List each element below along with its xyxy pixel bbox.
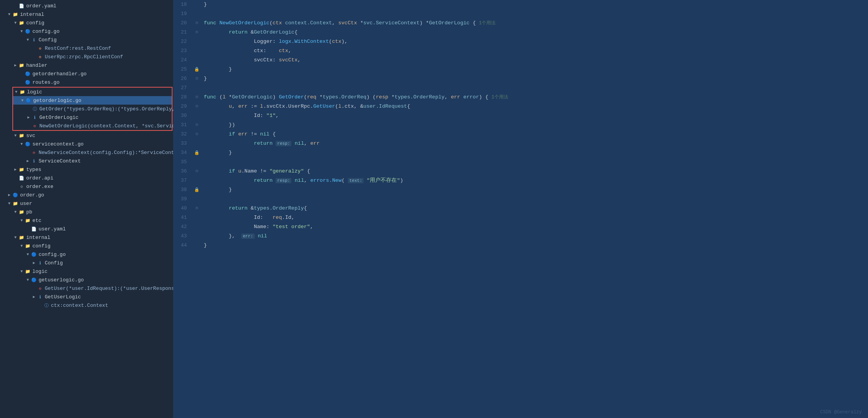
tree-item-config-go[interactable]: 🔵 config.go [0,27,173,36]
tree-item-etc-user[interactable]: 📁 etc [0,216,173,225]
tree-item-ctx-context[interactable]: ⓘ ctx:context.Context [0,301,173,310]
line-num-20: 20 [174,19,193,28]
code-line-26: 26 ⊟ } [174,74,868,83]
folder-icon: 📁 [19,62,25,68]
tree-item-order-exe[interactable]: ⚙ order.exe [0,182,173,191]
file-label: getorderlogic.go [33,98,81,103]
fold-icon[interactable]: ⊟ [196,19,198,28]
folder-icon: 📁 [12,11,19,17]
struct-arrow [25,114,32,120]
tree-item-restconf[interactable]: ⊕ RestConf:rest.RestConf [0,44,173,52]
line-num-37: 37 [174,176,193,185]
tree-item-pb[interactable]: 📁 pb [0,208,173,216]
tree-item-logic-user[interactable]: 📁 logic [0,267,173,276]
field-icon: ⊕ [37,45,43,51]
line-num-36: 36 [174,167,193,176]
fold-icon[interactable]: ⊟ [196,93,198,102]
tree-item-getorderlogic-struct[interactable]: ℹ GetOrderLogic [13,113,172,122]
line-num-39: 39 [174,195,193,204]
tree-item-config-struct[interactable]: ℹ Config [0,36,173,44]
folder-icon: 📁 [19,234,25,240]
code-line-19: 19 [174,9,868,19]
go-file-icon: 🔵 [12,192,19,198]
code-line-23: 23 ctx: ctx, [174,46,868,56]
field-icon: ⊕ [37,54,43,60]
code-editor: 18 } 19 20 ⊟ func NewGetOrderLogic(ctx c… [174,0,868,418]
folder-label: config [32,243,51,249]
tree-item-getuser-func[interactable]: ⊖ GetUser(*user.IdRequest):(*user.UserRe… [0,284,173,293]
gutter-34: 🔒 [193,148,201,157]
code-line-32: 32 ⊟ if err != nil { [174,130,868,139]
struct-icon: ℹ [31,158,37,164]
tree-item-config-1[interactable]: 📁 config [0,19,173,27]
tree-item-getorderhandler[interactable]: 🔵 getorderhandler.go [0,69,173,78]
folder-icon: 📁 [25,268,31,274]
fold-icon[interactable]: ⊟ [196,28,198,37]
tree-item-newgetorderlogic-func[interactable]: ⊖ NewGetOrderLogic(context.Context, *svc… [13,122,172,130]
tree-item-servicecontext[interactable]: 🔵 servicecontext.go [0,140,173,148]
tree-item-getorderlogic[interactable]: 🔵 getorderlogic.go [13,96,172,105]
struct-label: Config [39,37,57,43]
folder-icon: 📁 [19,20,25,26]
go-file-icon: 🔵 [25,141,31,147]
fold-icon[interactable]: ⊟ [196,120,198,130]
folder-arrow [12,166,19,173]
gutter-36: ⊟ [193,167,201,176]
folder-label: etc [32,218,41,223]
code-line-20: 20 ⊟ func NewGetOrderLogic(ctx context.C… [174,19,868,28]
tree-item-config-user[interactable]: 📁 config [0,242,173,250]
struct-icon: ℹ [37,260,43,266]
tree-item-order-go[interactable]: 🔵 order.go [0,191,173,199]
no-arrow [19,79,25,85]
no-arrow [25,226,31,232]
fold-icon[interactable]: ⊟ [196,167,198,176]
tree-item-newservicecontext[interactable]: ⊖ NewServiceContext(config.Config):*Serv… [0,148,173,157]
fold-icon[interactable]: ⊟ [196,204,198,213]
tree-item-config-go-user[interactable]: 🔵 config.go [0,250,173,259]
watermark: CSDN @Generalzy [820,410,862,415]
tree-item-getuserlogic[interactable]: 🔵 getuserlogic.go [0,276,173,284]
tree-item-order-yaml[interactable]: 📄 order.yaml [0,2,173,10]
tree-item-userrpc[interactable]: ⊕ UserRpc:zrpc.RpcClientConf [0,52,173,61]
tree-item-types[interactable]: 📁 types [0,165,173,174]
fold-icon[interactable]: ⊟ [196,74,198,83]
tree-item-routes[interactable]: 🔵 routes.go [0,78,173,86]
file-label: order.go [20,192,44,198]
go-file-icon: 🔵 [25,97,32,103]
line-num-23: 23 [174,46,193,56]
folder-label: internal [26,235,50,240]
folder-label: user [20,201,32,206]
code-line-28: 28 ⊟ func (l *GetOrderLogic) GetOrder(re… [174,93,868,102]
file-arrow [19,97,25,103]
line-content-24: svcCtx: svcCtx, [201,56,868,65]
tree-item-getuserlogic-struct[interactable]: ℹ GetUserLogic [0,293,173,301]
folder-arrow [13,89,19,95]
line-num-18: 18 [174,0,193,9]
tree-item-getorder-func[interactable]: ⓘ GetOrder(*types.OrderReq):(*types.Orde… [13,105,172,113]
tree-item-internal-2[interactable]: 📁 internal [0,233,173,242]
file-label: servicecontext.go [32,141,84,147]
code-line-25: 25 🔒 } [174,65,868,74]
code-line-44: 44 } [174,241,868,250]
func-label: NewGetOrderLogic(context.Context, *svc.S… [39,123,174,129]
struct-icon: ℹ [37,294,43,300]
fold-icon[interactable]: ⊟ [196,102,198,111]
line-num-32: 32 [174,130,193,139]
tree-item-handler[interactable]: 📁 handler [0,61,173,69]
line-num-43: 43 [174,232,193,241]
tree-item-user[interactable]: 📁 user [0,199,173,208]
tree-item-config-struct-user[interactable]: ℹ Config [0,259,173,267]
field-label: ctx:context.Context [51,303,108,308]
folder-icon: 📁 [19,209,25,215]
tree-item-logic-1[interactable]: 📁 logic [13,88,172,96]
tree-item-internal-1[interactable]: 📁 internal [0,10,173,19]
line-num-22: 22 [174,37,193,46]
line-content-26: } [201,74,868,83]
tree-item-user-yaml[interactable]: 📄 user.yaml [0,225,173,233]
fold-icon[interactable]: ⊟ [196,130,198,139]
tree-item-svc[interactable]: 📁 svc [0,131,173,140]
line-content-43: }, err: nil [201,232,868,241]
tree-item-servicecontext-struct[interactable]: ℹ ServiceContext [0,157,173,165]
tree-item-order-api[interactable]: 📄 order.api [0,174,173,182]
folder-label: logic [27,89,42,95]
